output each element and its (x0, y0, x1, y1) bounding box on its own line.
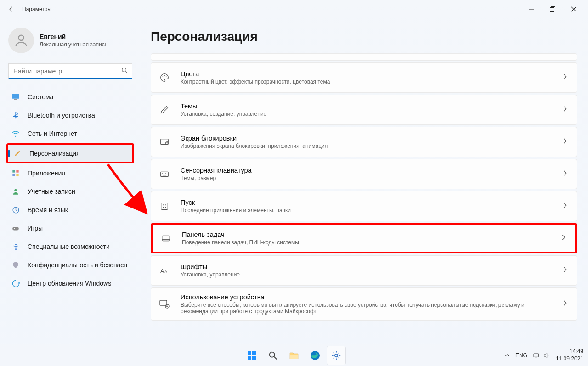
svg-rect-41 (252, 351, 256, 355)
start-icon (158, 200, 170, 212)
sidebar-item-system[interactable]: Система (6, 88, 134, 106)
svg-rect-38 (160, 300, 167, 305)
svg-point-20 (164, 75, 165, 76)
sidebar-item-label: Специальные возможности (28, 243, 110, 250)
back-button[interactable] (4, 2, 18, 17)
sidebar-item-time[interactable]: Время и язык (6, 201, 134, 219)
svg-text:A: A (164, 270, 168, 274)
svg-rect-7 (14, 99, 17, 100)
fonts-icon: AA (158, 265, 170, 276)
card-subtitle: Последние приложения и элементы, папки (181, 207, 552, 214)
taskbar-explorer-button[interactable] (285, 346, 303, 365)
search-input[interactable] (8, 63, 132, 79)
window-title: Параметры (22, 6, 51, 12)
accessibility-icon (11, 242, 20, 251)
card-title: Экран блокировки (181, 135, 552, 142)
svg-rect-15 (12, 227, 19, 231)
card-title: Темы (181, 102, 552, 110)
sidebar-item-network[interactable]: Сеть и Интернет (6, 125, 134, 142)
minimize-button[interactable] (521, 2, 542, 17)
tray-network-sound[interactable] (533, 352, 550, 359)
svg-rect-9 (12, 170, 15, 172)
chevron-right-icon (562, 300, 568, 308)
svg-point-32 (163, 207, 164, 208)
svg-point-19 (162, 76, 163, 77)
account-name: Евгений (40, 33, 107, 40)
card-subtitle: Установка, создание, управление (181, 111, 552, 117)
tray-clock[interactable]: 14:49 11.09.2021 (556, 348, 583, 362)
sidebar-item-apps[interactable]: Приложения (6, 164, 134, 182)
device-usage-icon (158, 298, 170, 310)
start-button[interactable] (243, 346, 261, 365)
card-themes[interactable]: Темы Установка, создание, управление (151, 95, 577, 125)
chevron-right-icon (562, 170, 568, 178)
tray-date: 11.09.2021 (556, 355, 583, 363)
brush-icon (158, 104, 170, 116)
card-deviceusage[interactable]: Использование устройства Выберите все сп… (151, 287, 577, 321)
svg-point-17 (17, 228, 17, 229)
system-taskbar: ENG 14:49 11.09.2021 (0, 344, 588, 366)
sidebar-item-label: Система (28, 93, 53, 101)
card-title: Пуск (181, 199, 552, 206)
svg-point-18 (15, 243, 17, 245)
taskbar-icon (160, 232, 172, 244)
tray-chevron[interactable] (504, 353, 510, 358)
taskbar-edge-button[interactable] (306, 346, 324, 365)
update-icon (11, 279, 20, 288)
svg-rect-40 (248, 351, 251, 355)
sidebar-item-bluetooth[interactable]: Bluetooth и устройства (6, 107, 134, 124)
account-block[interactable]: Евгений Локальная учетная запись (6, 24, 134, 62)
card-fonts[interactable]: AA Шрифты Установка, управление (151, 255, 577, 286)
card-taskbar[interactable]: Панель задач Поведение панели задач, ПИН… (151, 223, 577, 253)
card-subtitle: Установка, управление (181, 271, 552, 278)
svg-point-31 (165, 204, 166, 205)
sidebar-item-gaming[interactable]: Игры (6, 220, 134, 237)
card-start[interactable]: Пуск Последние приложения и элементы, па… (151, 191, 577, 221)
tray-language[interactable]: ENG (515, 352, 527, 359)
card-stub-top[interactable] (151, 53, 577, 61)
search-box (8, 63, 132, 79)
sidebar-item-accessibility[interactable]: Специальные возможности (6, 238, 134, 255)
palette-icon (158, 72, 170, 84)
maximize-button[interactable] (542, 2, 563, 17)
shield-icon (11, 260, 20, 270)
sidebar-item-personalization[interactable]: Персонализация (8, 145, 132, 162)
card-subtitle: Выберите все способы, которыми вы планир… (181, 302, 552, 315)
tray-time: 14:49 (556, 348, 583, 355)
titlebar: Параметры (0, 0, 588, 18)
card-subtitle: Изображения экрана блокировки, приложени… (181, 143, 552, 149)
svg-line-45 (274, 356, 277, 359)
svg-rect-34 (162, 236, 170, 241)
svg-rect-29 (161, 203, 168, 210)
chevron-right-icon (562, 266, 568, 275)
sidebar-item-update[interactable]: Центр обновления Windows (6, 275, 134, 292)
paintbrush-icon (13, 149, 22, 158)
sidebar-item-accounts[interactable]: Учетные записи (6, 183, 134, 200)
network-icon (533, 352, 540, 359)
taskbar-settings-button[interactable] (327, 346, 345, 365)
card-lockscreen[interactable]: Экран блокировки Изображения экрана блок… (151, 127, 577, 157)
card-title: Шрифты (181, 263, 552, 270)
svg-rect-6 (12, 94, 19, 99)
taskbar-search-button[interactable] (264, 346, 282, 365)
card-subtitle: Поведение панели задач, ПИН-коды системы (182, 239, 550, 246)
card-colors[interactable]: Цвета Контрастный цвет, эффекты прозрачн… (151, 62, 577, 93)
sidebar: Евгений Локальная учетная запись Система… (0, 18, 138, 366)
bluetooth-icon (11, 111, 20, 120)
svg-rect-43 (252, 356, 256, 360)
gamepad-icon (11, 224, 20, 233)
svg-text:A: A (160, 268, 164, 275)
close-button[interactable] (563, 2, 584, 17)
sidebar-item-label: Конфиденциальность и безопасн (28, 261, 127, 269)
sidebar-item-label: Учетные записи (28, 188, 75, 195)
svg-rect-42 (248, 356, 251, 360)
wifi-icon (11, 129, 20, 138)
account-subtitle: Локальная учетная запись (40, 41, 107, 48)
taskbar-center (243, 346, 345, 365)
card-touchkeyboard[interactable]: Сенсорная клавиатура Темы, размер (151, 159, 577, 189)
svg-point-13 (14, 189, 17, 191)
svg-point-27 (165, 173, 166, 174)
svg-point-30 (163, 204, 164, 205)
svg-point-26 (164, 173, 164, 174)
sidebar-item-privacy[interactable]: Конфиденциальность и безопасн (6, 256, 134, 274)
